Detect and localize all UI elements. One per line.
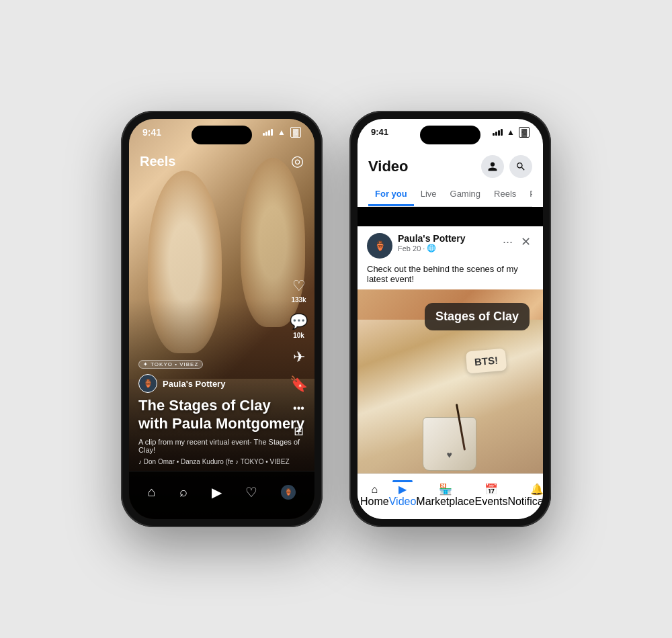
battery-icon: ▓ xyxy=(290,127,301,138)
tab-gaming[interactable]: Gaming xyxy=(444,183,488,206)
profile-avatar: 🏺 xyxy=(281,485,296,500)
search-icon: ⌕ xyxy=(179,484,187,500)
heart-decoration: ♥ xyxy=(446,449,452,460)
reel-account-row[interactable]: 🏺 Paula's Pottery xyxy=(138,374,305,393)
status-time: 9:41 xyxy=(142,127,161,138)
fb-video[interactable]: ♥ Stages of Clay BTS! xyxy=(358,289,543,491)
fb-wifi-icon: ▲ xyxy=(507,128,515,137)
reel-account-name: Paula's Pottery xyxy=(163,379,225,389)
fb-post-avatar[interactable]: 🏺 xyxy=(367,233,392,259)
heart-nav-icon: ♡ xyxy=(245,484,257,500)
reel-video-title: The Stages of Claywith Paula Montgomery xyxy=(138,397,305,432)
fb-status-time: 9:41 xyxy=(371,127,388,137)
instagram-bottom-nav: ⌂ ⌕ ▶ ♡ 🏺 xyxy=(129,471,314,519)
fb-tabs: For you Live Gaming Reels Popular xyxy=(368,183,532,207)
heart-icon: ♡ xyxy=(292,277,306,295)
like-count: 133k xyxy=(291,296,306,304)
pottery-cup: ♥ xyxy=(423,417,476,471)
video-nav-label: Video xyxy=(389,496,417,508)
notifications-nav-label: Notifications xyxy=(507,496,543,508)
facebook-phone: 9:41 ▲ ▓ Video xyxy=(349,111,551,527)
reel-avatar: 🏺 xyxy=(138,374,157,393)
marketplace-icon: 🏪 xyxy=(439,483,452,496)
tokyo-badge: ✦ TOKYO • VIBEZ xyxy=(138,360,203,369)
camera-icon[interactable]: ◎ xyxy=(291,152,304,170)
home-icon: ⌂ xyxy=(148,484,156,500)
reels-content: ✦ TOKYO • VIBEZ 🏺 Paula's Pottery The St… xyxy=(129,357,314,465)
fb-globe-icon: 🌐 xyxy=(427,244,436,253)
reels-header: Reels ◎ xyxy=(129,152,314,170)
comment-action[interactable]: 💬 10k xyxy=(290,313,308,339)
fb-post-caption: Check out the behind the scenes of my la… xyxy=(358,263,543,289)
fb-profile-button[interactable] xyxy=(481,155,504,178)
fb-page-title: Video xyxy=(368,158,409,175)
nav-home-fb[interactable]: ⌂ Home xyxy=(360,481,389,508)
nav-profile[interactable]: 🏺 xyxy=(281,485,296,500)
nav-home[interactable]: ⌂ xyxy=(148,484,156,500)
fb-header-row: Video xyxy=(368,155,532,178)
fb-post-info: Paula's Pottery Feb 20 · 🌐 xyxy=(398,233,466,253)
instagram-phone: 9:41 ▲ ▓ Reels ◎ xyxy=(121,111,323,527)
tab-popular[interactable]: Popular xyxy=(523,183,532,206)
signal-icon xyxy=(263,129,273,136)
bts-label: BTS! xyxy=(466,348,507,373)
tab-reels[interactable]: Reels xyxy=(487,183,523,206)
nav-marketplace-fb[interactable]: 🏪 Marketplace xyxy=(416,480,474,508)
fb-post-left: 🏺 Paula's Pottery Feb 20 · 🌐 xyxy=(367,233,466,259)
marketplace-nav-label: Marketplace xyxy=(416,496,474,508)
like-action[interactable]: ♡ 133k xyxy=(291,277,306,304)
nav-events-fb[interactable]: 📅 Events xyxy=(474,480,507,508)
nav-notifications-fb[interactable]: 🔔 Notifications xyxy=(507,480,543,508)
search-icon-fb xyxy=(515,161,526,172)
fb-header-icons xyxy=(481,155,532,178)
reel-description: A clip from my recent virtual event- The… xyxy=(138,438,305,454)
fb-close-button[interactable]: ✕ xyxy=(518,233,534,250)
tab-for-you[interactable]: For you xyxy=(368,183,414,206)
events-nav-label: Events xyxy=(474,496,507,508)
fb-post-date: Feb 20 xyxy=(398,244,421,253)
status-icons: ▲ ▓ xyxy=(263,127,301,138)
notifications-icon: 🔔 xyxy=(530,483,543,496)
fb-post-header: 🏺 Paula's Pottery Feb 20 · 🌐 ··· xyxy=(358,226,543,263)
fb-post-account-name[interactable]: Paula's Pottery xyxy=(398,233,466,244)
fb-status-icons: ▲ ▓ xyxy=(493,127,530,138)
home-nav-icon: ⌂ xyxy=(372,484,378,496)
comment-count: 10k xyxy=(293,332,304,339)
fb-more-button[interactable]: ··· xyxy=(500,234,515,250)
comment-icon: 💬 xyxy=(290,313,308,330)
person-icon xyxy=(487,161,498,172)
dynamic-island xyxy=(192,126,252,144)
fb-header: Video For you Live Gaming Reels xyxy=(358,150,543,207)
nav-reels[interactable]: ▶ xyxy=(212,484,222,500)
fb-search-button[interactable] xyxy=(509,155,532,178)
wifi-icon: ▲ xyxy=(278,128,286,137)
reel-music: ♪ Don Omar • Danza Kuduro (fe ♪ TOKYO • … xyxy=(138,458,305,465)
fb-dot-separator: · xyxy=(423,244,425,253)
nav-video-fb[interactable]: ▶ Video xyxy=(389,480,417,508)
active-underline xyxy=(392,480,413,482)
nav-heart[interactable]: ♡ xyxy=(245,484,257,500)
tab-live[interactable]: Live xyxy=(414,183,444,206)
fb-post-meta: Feb 20 · 🌐 xyxy=(398,244,466,253)
fb-signal-icon xyxy=(493,129,503,136)
events-icon: 📅 xyxy=(485,483,498,496)
nav-search[interactable]: ⌕ xyxy=(179,484,187,500)
reels-icon: ▶ xyxy=(212,484,222,500)
stages-of-clay-label: Stages of Clay xyxy=(425,303,530,330)
fb-bottom-nav: ⌂ Home ▶ Video 🏪 Marketplace 📅 Events xyxy=(358,473,543,519)
video-nav-icon: ▶ xyxy=(398,483,407,496)
home-nav-label: Home xyxy=(360,496,389,508)
fb-battery-icon: ▓ xyxy=(519,127,530,138)
fb-post-actions: ··· ✕ xyxy=(500,233,534,250)
reels-title: Reels xyxy=(140,154,175,169)
dynamic-island-fb xyxy=(420,126,480,144)
